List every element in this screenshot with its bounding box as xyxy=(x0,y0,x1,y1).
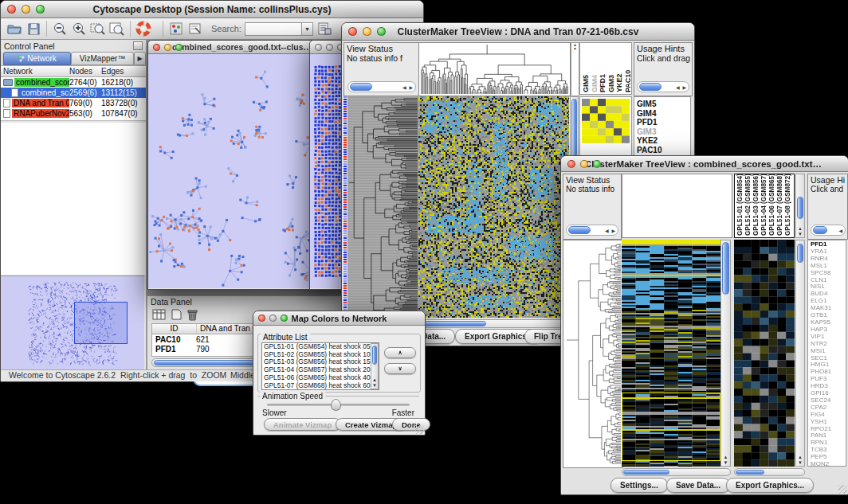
network-row[interactable]: DNA and Tran 07769(0)183728(0) xyxy=(1,98,146,108)
zoom-button[interactable] xyxy=(377,27,386,36)
map-colors-dialog: Map Colors to Network Attribute List GPL… xyxy=(253,311,426,436)
zoom-button[interactable] xyxy=(36,5,45,14)
animation-speed-group: Animation Speed Slower Faster xyxy=(257,396,419,417)
tv2-zoom-vscrollbar[interactable]: ▲▼ xyxy=(795,240,805,467)
col-network[interactable]: Network xyxy=(1,67,69,76)
tv2-labels-vscrollbar[interactable]: ▲▼ xyxy=(795,174,805,238)
minimize-button[interactable] xyxy=(164,44,171,51)
move-down-button[interactable]: ∨ xyxy=(384,363,416,374)
gene-label[interactable]: MON2 xyxy=(811,461,846,467)
treeview1-titlebar[interactable]: ClusterMaker TreeView : DNA and Tran 07-… xyxy=(342,23,694,41)
dialog-titlebar[interactable]: Map Colors to Network xyxy=(253,311,425,326)
tv2-status-scrollbar[interactable]: ◀ ▶ xyxy=(566,225,618,236)
col-nodes[interactable]: Nodes xyxy=(69,67,101,76)
document-icon xyxy=(3,109,10,118)
tv1-column-labels: GIM5GIM4PFD1GIM3YKE2PAC10 xyxy=(579,42,632,95)
network-window-titlebar[interactable]: combined_scores_good.txt--cluste... xyxy=(148,41,336,54)
close-button[interactable] xyxy=(567,160,575,168)
tv2-global-vscrollbar[interactable]: ▲▼ xyxy=(720,240,731,467)
tv2-export-graphics-button[interactable]: Export Graphics... xyxy=(726,478,814,493)
tv2-global-heatmap-canvas[interactable] xyxy=(622,240,720,467)
network-name-cell: combined_sco xyxy=(1,88,69,97)
network-name-cell: combined_scores xyxy=(1,78,69,87)
minimize-button[interactable] xyxy=(269,315,277,322)
close-button[interactable] xyxy=(315,44,322,51)
zoom-out-icon[interactable] xyxy=(50,20,69,37)
save-icon[interactable] xyxy=(24,20,43,37)
search-dropdown-arrow[interactable]: ▼ xyxy=(302,22,313,36)
attribute-list-item[interactable]: GPL51-07 (GSM868) heat shock 60 min xyxy=(262,382,371,389)
row-label: GIM3 xyxy=(637,127,690,137)
desktop: { "colors":{ "selection_blue":"#366ad4",… xyxy=(0,0,848,504)
zoom-fit-icon[interactable] xyxy=(108,20,127,37)
tv1-column-dendrogram-canvas[interactable] xyxy=(418,42,571,96)
close-button[interactable] xyxy=(153,44,160,51)
close-button[interactable] xyxy=(348,27,357,36)
main-titlebar[interactable]: Cytoscape Desktop (Session Name: collins… xyxy=(1,1,423,18)
zoom-button[interactable] xyxy=(281,315,288,322)
tv1-correlation-matrix-canvas[interactable] xyxy=(582,99,630,143)
network-row[interactable]: combined_sco2569(6)13112(15) xyxy=(1,88,146,98)
tv1-heatmap-hscrollbar[interactable] xyxy=(418,319,578,328)
tab-network-label: Network xyxy=(27,54,57,63)
column-label: PAC10 xyxy=(624,43,632,92)
close-button[interactable] xyxy=(258,315,265,322)
move-up-button[interactable]: ∧ xyxy=(384,347,416,358)
minimize-button[interactable] xyxy=(22,5,30,14)
tv1-heatmap-canvas[interactable] xyxy=(418,96,569,318)
annotation-icon[interactable] xyxy=(186,20,205,37)
help-ring-icon[interactable] xyxy=(134,20,153,37)
table-icon[interactable] xyxy=(152,309,166,324)
index-icon[interactable] xyxy=(316,20,335,37)
attribute-listbox[interactable]: GPL51-01 (GSM854) heat shock 05 minGPL51… xyxy=(261,342,379,390)
minimize-button[interactable] xyxy=(580,160,588,168)
tv1-status-scrollbar[interactable]: ◀ ▶ xyxy=(347,81,416,92)
vizmapper-icon[interactable] xyxy=(167,20,186,37)
close-button[interactable] xyxy=(7,5,16,14)
edges-count: 107847(0) xyxy=(101,109,146,118)
tv2-save-data-button[interactable]: Save Data... xyxy=(666,478,730,493)
toolbar-separator xyxy=(46,21,47,37)
network-overview-canvas[interactable] xyxy=(1,275,144,370)
network-view-canvas[interactable] xyxy=(148,54,335,288)
minimize-button[interactable] xyxy=(363,27,371,36)
search-input-wrap: ▼ xyxy=(245,22,313,36)
status-left: Welcome to Cytoscape 2.6.2 xyxy=(9,370,116,380)
network-row[interactable]: combined_scores2764(0)16218(0) xyxy=(1,77,146,88)
resize-grip[interactable] xyxy=(838,485,847,494)
tab-overflow-arrow[interactable]: ▶ xyxy=(134,52,146,65)
float-panel-icon[interactable] xyxy=(133,41,143,50)
search-input[interactable] xyxy=(245,22,302,36)
tab-vizmapper[interactable]: VizMapper™ xyxy=(71,52,134,65)
zoom-button[interactable] xyxy=(593,160,601,168)
col-edges[interactable]: Edges xyxy=(101,67,146,76)
network-name: combined_sco xyxy=(20,88,69,97)
attribute-list-vscrollbar[interactable]: ▲▼ xyxy=(371,343,379,389)
zoom-selected-region-icon[interactable] xyxy=(88,20,108,37)
tv2-usage-scrollbar[interactable]: ◀ xyxy=(811,225,846,236)
edges-count: 16218(0) xyxy=(101,78,146,87)
tv2-row-dendrogram-canvas[interactable] xyxy=(563,240,623,468)
tab-network[interactable]: Network xyxy=(3,52,71,65)
column-label: GIM4 xyxy=(591,43,599,92)
done-button[interactable]: Done xyxy=(392,418,430,431)
zoom-in-icon[interactable] xyxy=(69,20,88,37)
tv2-settings-button[interactable]: Settings... xyxy=(610,478,668,493)
resize-grip[interactable] xyxy=(415,425,424,434)
network-row[interactable]: RNAPuberNov2+l563(0)107847(0) xyxy=(1,108,146,119)
data-col-id[interactable]: ID xyxy=(152,324,197,334)
open-icon[interactable] xyxy=(5,20,24,37)
animate-vizmap-button[interactable]: Animate Vizmap xyxy=(264,418,341,431)
tv2-zoom-hscrollbar[interactable] xyxy=(734,468,805,476)
tv2-zoom-heatmap-canvas[interactable] xyxy=(734,240,795,467)
speed-slider-thumb[interactable] xyxy=(331,399,341,411)
tv1-row-dendrogram-canvas[interactable] xyxy=(347,96,418,318)
tv2-global-hscrollbar[interactable] xyxy=(622,468,731,476)
column-label: GPL51-02 (GSM855) xyxy=(744,174,752,236)
zoom-button[interactable] xyxy=(175,44,183,51)
new-document-icon[interactable] xyxy=(171,309,182,324)
trash-icon[interactable] xyxy=(187,309,198,324)
minimize-button[interactable] xyxy=(326,44,333,51)
tv1-usage-scrollbar[interactable]: ◀ ▶ xyxy=(637,81,689,92)
treeview2-titlebar[interactable]: ClusterMaker TreeView : combined_scores_… xyxy=(561,156,848,172)
